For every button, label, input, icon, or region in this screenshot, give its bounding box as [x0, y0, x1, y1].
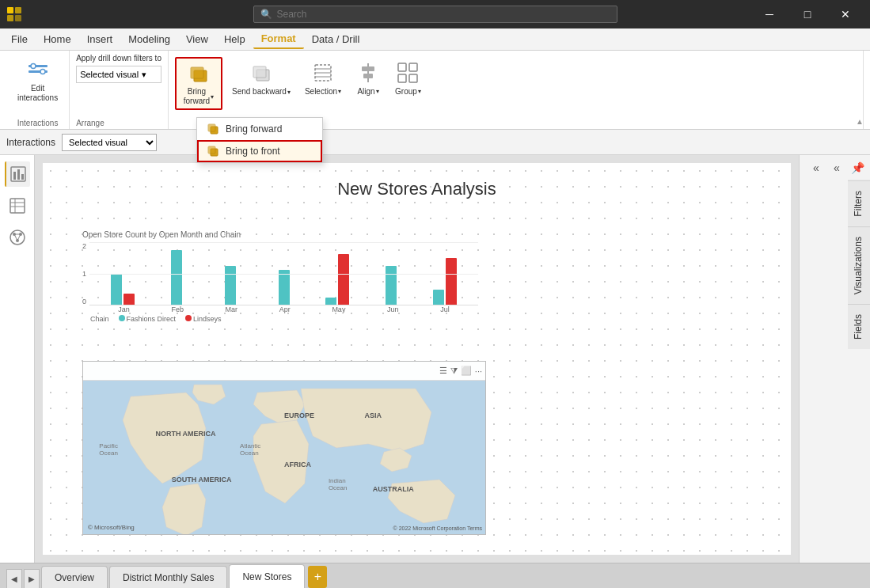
dropdown-bring-to-front[interactable]: Bring to front: [197, 140, 322, 162]
interactions-visual-select[interactable]: Selected visual: [62, 134, 157, 151]
menu-insert[interactable]: Insert: [79, 30, 121, 48]
svg-rect-18: [363, 74, 373, 78]
svg-rect-11: [253, 66, 266, 78]
collapse-filters-button[interactable]: «: [827, 158, 846, 177]
svg-rect-17: [362, 66, 374, 71]
send-backward-icon: [249, 60, 274, 85]
svg-rect-19: [398, 63, 406, 71]
menu-view[interactable]: View: [178, 30, 216, 48]
selection-button[interactable]: Selection ▾: [300, 57, 346, 99]
svg-point-7: [40, 70, 45, 74]
ribbon: Editinteractions Interactions Apply dril…: [0, 51, 870, 130]
svg-point-6: [31, 64, 36, 69]
align-arrow: ▾: [376, 88, 379, 95]
bar-chart-x-axis: Jan Feb Mar Apr May Jun Jul: [89, 305, 478, 313]
legend-fashions: Fashions Direct: [119, 315, 177, 323]
map-expand-icon[interactable]: ⬜: [461, 366, 472, 376]
map-filter-icon[interactable]: ⧩: [450, 366, 458, 376]
svg-rect-21: [398, 74, 406, 82]
bar-chart-title: Open Store Count by Open Month and Chain: [82, 230, 478, 239]
tab-overview[interactable]: Overview: [41, 566, 108, 588]
search-input[interactable]: [277, 9, 610, 20]
arrange-label: Arrange: [76, 119, 161, 127]
bring-forward-menu-icon: [207, 123, 219, 135]
bring-to-front-menu-icon: [207, 145, 219, 157]
title-bar: 🔍 Retail Analysis - Power BI Desktop ─ □…: [0, 0, 870, 28]
map-more-icon[interactable]: ···: [475, 366, 482, 376]
maximize-button[interactable]: □: [789, 0, 826, 28]
tab-district[interactable]: District Monthly Sales: [109, 566, 227, 588]
filters-tab[interactable]: Filters: [848, 180, 870, 226]
group-button[interactable]: Group ▾: [390, 57, 426, 99]
app-icon: [6, 6, 22, 22]
tab-newstores[interactable]: New Stores: [229, 564, 305, 588]
tab-nav-prev[interactable]: ◀: [6, 569, 22, 588]
map-copyright: © 2022 Microsoft Corporation Terms: [393, 525, 482, 531]
y-axis-min: 0: [82, 298, 86, 305]
legend-chain-label: Chain: [90, 315, 109, 323]
menu-help[interactable]: Help: [216, 30, 253, 48]
svg-line-36: [14, 234, 17, 241]
edit-interactions-label: Editinteractions: [17, 84, 58, 103]
send-backward-button[interactable]: Send backward ▾: [227, 57, 295, 100]
bar-apr-teal: [279, 270, 290, 305]
sidebar-report-icon[interactable]: [5, 161, 30, 187]
edit-interactions-icon: [25, 57, 51, 82]
x-label-jun: Jun: [387, 305, 399, 313]
drill-section: Apply drill down filters to Selected vis…: [70, 51, 169, 129]
bar-group-may: [312, 254, 363, 305]
bring-forward-arrow: ▾: [211, 93, 214, 101]
tab-nav-next[interactable]: ▶: [24, 569, 40, 588]
menu-datadrill[interactable]: Data / Drill: [304, 30, 368, 48]
svg-rect-3: [15, 15, 21, 21]
drill-option: Selected visual: [80, 70, 139, 79]
bar-jan-teal: [111, 274, 122, 305]
right-panels: « « 📌 Filters Visualizations Fields: [799, 155, 870, 563]
selection-icon: [310, 60, 336, 85]
menu-modeling[interactable]: Modeling: [120, 30, 178, 48]
legend-lindseys: Lindseys: [185, 315, 222, 323]
svg-rect-0: [7, 7, 13, 13]
svg-rect-26: [21, 174, 24, 180]
minimize-button[interactable]: ─: [751, 0, 788, 28]
arrange-buttons: Bringforward ▾ Send backward ▾: [175, 54, 857, 110]
dropdown-bring-forward[interactable]: Bring forward: [197, 118, 322, 140]
edit-interactions-button[interactable]: Editinteractions: [13, 54, 63, 106]
dropdown-bring-forward-label: Bring forward: [226, 123, 282, 135]
collapse-all-button[interactable]: «: [807, 158, 826, 177]
visualizations-tab[interactable]: Visualizations: [848, 226, 870, 304]
map-container[interactable]: ☰ ⧩ ⬜ ··· This Year Sales by City and Ch…: [82, 361, 486, 535]
search-bar[interactable]: 🔍: [253, 6, 617, 23]
bar-chart-bars: [89, 242, 478, 305]
edit-interactions-section: Editinteractions Interactions: [6, 51, 70, 129]
interactions-bar: Interactions Selected visual: [0, 130, 870, 155]
collapse-ribbon-button[interactable]: ▲: [856, 117, 864, 126]
bring-forward-button[interactable]: Bringforward ▾: [175, 57, 222, 110]
svg-rect-22: [409, 74, 417, 82]
interactions-section-label: Interactions: [13, 119, 63, 127]
bar-group-mar: [205, 266, 256, 305]
bar-group-feb: [151, 250, 202, 305]
menu-file[interactable]: File: [3, 30, 36, 48]
sidebar-model-icon[interactable]: [5, 225, 30, 250]
align-button[interactable]: Align ▾: [351, 57, 386, 99]
search-icon: 🔍: [260, 9, 272, 20]
drill-dropdown[interactable]: Selected visual ▾: [76, 66, 161, 83]
tab-bar: ◀ ▶ Overview District Monthly Sales New …: [0, 563, 870, 588]
bar-may-teal: [325, 298, 336, 305]
bar-chart-legend: Chain Fashions Direct Lindseys: [82, 313, 478, 324]
canvas-area: New Stores Analysis Open Store Count by …: [35, 155, 799, 563]
close-button[interactable]: ✕: [827, 0, 864, 28]
map-menu-icon[interactable]: ☰: [439, 366, 447, 376]
tab-add-button[interactable]: +: [308, 566, 327, 588]
map-toolbar: ☰ ⧩ ⬜ ···: [83, 362, 485, 381]
pin-icon[interactable]: 📌: [848, 158, 867, 177]
menu-format[interactable]: Format: [253, 29, 304, 49]
fields-tab[interactable]: Fields: [848, 304, 870, 349]
align-label: Align: [357, 87, 374, 96]
right-panel-icons: « « 📌: [800, 155, 870, 180]
bar-jul-red: [446, 258, 457, 305]
sidebar-data-icon[interactable]: [5, 193, 30, 218]
menu-home[interactable]: Home: [36, 30, 79, 48]
chart-title: New Stores Analysis: [337, 179, 496, 199]
